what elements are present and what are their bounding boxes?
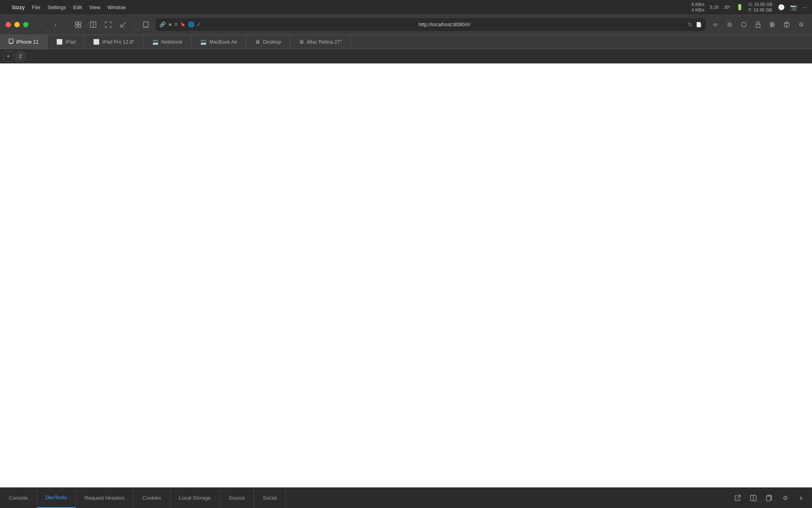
- box-icon-btn[interactable]: [781, 19, 792, 30]
- device-tab-imac-label: iMac Retina 27": [307, 39, 342, 45]
- clock-icon[interactable]: 🕐: [778, 4, 785, 10]
- globe-icon: 🌐: [188, 21, 194, 27]
- svg-point-23: [772, 24, 774, 25]
- wifi-icon-btn[interactable]: [710, 19, 721, 30]
- link-icon: 🔗: [159, 21, 166, 27]
- device-tab-imac[interactable]: 🖥 iMac Retina 27": [290, 35, 351, 49]
- device-tabs: iPhone 11 ⬜ iPad ⬜ iPad Pro 12.9" 💻 Note…: [0, 35, 812, 49]
- notebook-icon: 💻: [152, 39, 159, 45]
- tab-item-2[interactable]: 2: [15, 51, 26, 62]
- facetime-icon[interactable]: 📷: [790, 4, 797, 10]
- url-bar-left-icons: 🔗 ⏺ ⧉ 🔖 🌐 ✓: [159, 21, 201, 27]
- device-tab-notebook[interactable]: 💻 Notebook: [144, 35, 192, 49]
- device-tab-ipad-pro-label: iPad Pro 12.9": [102, 39, 134, 45]
- brightness-icon-btn[interactable]: [724, 19, 735, 30]
- external-link-button[interactable]: [732, 493, 743, 504]
- menu-edit[interactable]: Edit: [73, 4, 82, 10]
- collapse-button[interactable]: ∧: [795, 493, 806, 504]
- minimize-button[interactable]: [14, 22, 20, 27]
- phone-view-button[interactable]: [140, 19, 151, 30]
- bottom-tab-console[interactable]: Console: [0, 488, 37, 508]
- bottom-tab-local-storage[interactable]: Local Storage: [170, 488, 220, 508]
- toolbar-right-icons: ⚙: [710, 19, 806, 30]
- bottom-right-icons: ⚙ ∧: [732, 488, 812, 508]
- menu-view[interactable]: View: [89, 4, 100, 10]
- device-tab-ipad-label: iPad: [65, 39, 75, 45]
- app-name[interactable]: Sizzy: [12, 4, 25, 10]
- doc-icon: 📄: [696, 22, 702, 27]
- device-tab-desktop[interactable]: 🖥 Desktop: [246, 35, 290, 49]
- svg-line-29: [737, 495, 740, 498]
- bottom-panel: Console DevTools Request Headers Cookies…: [0, 487, 812, 508]
- back-button[interactable]: ‹: [35, 19, 46, 30]
- sliders-icon-btn[interactable]: [767, 19, 778, 30]
- bottom-tab-devtools[interactable]: DevTools: [37, 488, 76, 508]
- device-tab-ipad[interactable]: ⬜ iPad: [48, 35, 84, 49]
- menu-bar-left: Sizzy File Settings Edit View Window: [5, 4, 684, 10]
- url-text[interactable]: http://localhost:8080/#/: [204, 21, 685, 27]
- svg-rect-18: [756, 24, 760, 27]
- svg-point-24: [770, 25, 772, 27]
- svg-line-15: [731, 22, 732, 23]
- temp-status: 30°: [724, 4, 731, 10]
- svg-rect-2: [75, 25, 78, 27]
- device-tab-iphone11[interactable]: iPhone 11: [0, 35, 48, 49]
- gear-icon-btn[interactable]: ⚙: [795, 19, 806, 30]
- bottom-tab-cookies[interactable]: Cookies: [134, 488, 170, 508]
- device-tab-iphone11-label: iPhone 11: [16, 39, 38, 45]
- forward-button[interactable]: ›: [50, 19, 61, 30]
- menu-bar-right: 6 KB/s 4 KB/s 5.18 30° 🔋 U: 15.05 GB F: …: [691, 2, 807, 13]
- svg-rect-3: [79, 25, 81, 27]
- record-icon: ⏺: [168, 22, 172, 27]
- svg-point-17: [741, 22, 746, 27]
- maximize-button[interactable]: [23, 22, 29, 27]
- svg-rect-0: [75, 22, 78, 24]
- storage-status: U: 15.05 GB F: 16.95 GB: [749, 2, 773, 13]
- bookmark-icon: 🔖: [180, 22, 186, 27]
- desktop-icon: 🖥: [255, 39, 260, 45]
- menu-window[interactable]: Window: [107, 4, 126, 10]
- circle-icon-btn[interactable]: [738, 19, 749, 30]
- toolbar-divider-2: [134, 21, 135, 29]
- device-tab-notebook-label: Notebook: [161, 39, 183, 45]
- network-status: 6 KB/s 4 KB/s: [691, 2, 704, 13]
- split-panel-button[interactable]: [748, 493, 759, 504]
- bottom-tab-social[interactable]: Social: [254, 488, 286, 508]
- panel-settings-button[interactable]: ⚙: [779, 493, 791, 504]
- expand-button[interactable]: [118, 19, 129, 30]
- bottom-tab-request-headers[interactable]: Request Headers: [76, 488, 134, 508]
- tab-bar: + 2: [0, 49, 812, 64]
- split-view-button[interactable]: [88, 19, 99, 30]
- svg-rect-1: [79, 22, 81, 24]
- reload-button[interactable]: ↻: [688, 21, 693, 28]
- menu-bar: Sizzy File Settings Edit View Window 6 K…: [0, 0, 812, 14]
- svg-line-16: [728, 26, 728, 26]
- svg-rect-33: [766, 496, 771, 501]
- tab-label-2: 2: [19, 54, 22, 59]
- grid-view-button[interactable]: [73, 19, 84, 30]
- iphone-icon: [9, 38, 13, 45]
- ipad-icon: ⬜: [56, 39, 63, 45]
- traffic-lights: [6, 22, 29, 27]
- new-tab-button[interactable]: +: [3, 51, 13, 62]
- menu-file[interactable]: File: [32, 4, 40, 10]
- battery-icon: 🔋: [736, 4, 743, 10]
- fullscreen-button[interactable]: [103, 19, 114, 30]
- ipad-pro-icon: ⬜: [93, 39, 100, 45]
- imac-icon: 🖥: [299, 39, 304, 45]
- svg-point-22: [770, 22, 772, 24]
- layers-icon: ⧉: [174, 22, 178, 27]
- close-button[interactable]: [6, 22, 11, 27]
- menu-settings[interactable]: Settings: [47, 4, 66, 10]
- toolbar-divider-1: [67, 21, 67, 29]
- device-tab-ipad-pro[interactable]: ⬜ iPad Pro 12.9": [84, 35, 143, 49]
- svg-line-13: [728, 22, 728, 23]
- bottom-tab-source[interactable]: Source: [220, 488, 254, 508]
- device-tab-macbook-air[interactable]: 💻 MacBook Air: [192, 35, 246, 49]
- toolbar: ‹ ›: [0, 14, 812, 35]
- copy-panel-button[interactable]: [764, 493, 775, 504]
- more-icon[interactable]: ···: [802, 4, 807, 10]
- lock-icon-btn[interactable]: [753, 19, 764, 30]
- url-bar[interactable]: 🔗 ⏺ ⧉ 🔖 🌐 ✓ http://localhost:8080/#/ ↻ 📄: [155, 18, 706, 31]
- device-tab-macbook-air-label: MacBook Air: [209, 39, 237, 45]
